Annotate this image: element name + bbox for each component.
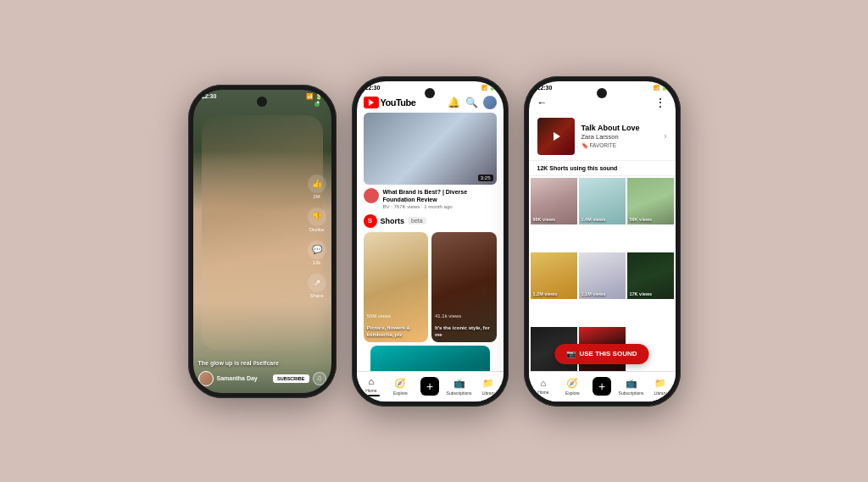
phone-left-screen: 12:30 📶 🔋 ← ⋮ 👍 2M � [193,90,331,393]
like-icon: 👍 [308,175,326,193]
share-button[interactable]: ↗ Share [308,274,326,298]
shorts-grid: Picnics, flowers & kombucha, plz 50M vie… [364,232,497,342]
right-home-label: Home [537,390,548,395]
short-item-2[interactable]: It's the iconic style, for me 41.1k view… [431,232,497,342]
dislike-label: Dislike [309,227,325,232]
subscriptions-icon: 📺 [453,378,465,389]
sound-album-art [537,118,575,155]
phones-container: 12:30 📶 🔋 ← ⋮ 👍 2M � [171,59,698,424]
thumb-views-6: 17K views [630,291,653,296]
right-explore-icon: 🧭 [566,378,578,389]
video-views: 767K views [394,204,420,209]
comment-button[interactable]: 💬 12k [308,241,326,265]
thumb-views-4: 1.2M views [533,291,558,296]
search-icon[interactable]: 🔍 [465,97,478,108]
sound-thumb-1[interactable]: 96K views [531,178,577,224]
phone-right: 12:30 📶 🔋 ← ⋮ Talk About Love Zara Larss… [524,76,681,407]
video-card[interactable]: 3:25 What Brand is Best? | Diverse Found… [364,113,497,209]
right-nav-home[interactable]: ⌂ Home [529,378,559,395]
nav-subs-label: Subscriptions [447,391,472,396]
right-subs-label: Subscriptions [619,391,644,396]
favorite-label: FAVORITE [590,142,617,148]
short-caption-2: It's the iconic style, for me [435,325,493,339]
center-battery: 🔋 [489,85,495,91]
sound-thumb-4[interactable]: 1.2M views [531,252,577,299]
yt-logo: YouTube [364,97,416,108]
nav-subscriptions[interactable]: 📺 Subscriptions [444,378,474,396]
nav-home-label: Home [365,388,376,393]
nav-explore[interactable]: 🧭 Explore [386,378,415,396]
sound-favorite-button[interactable]: 🔖 FAVORITE [581,142,658,149]
left-status-battery: 🔋 [315,93,323,100]
left-hashtag: #selfcare [253,360,278,366]
left-time: 12:30 [202,93,217,99]
use-sound-button[interactable]: 📷 USE THIS SOUND [554,344,648,364]
sound-more-button[interactable]: ⋮ [654,96,667,109]
short-item-1[interactable]: Picnics, flowers & kombucha, plz 50M vie… [364,232,429,342]
notification-icon[interactable]: 🔔 [448,97,460,108]
center-wifi: 📶 [481,85,487,91]
right-nav-library[interactable]: 📁 Library [646,378,676,396]
library-icon: 📁 [482,378,494,389]
add-button[interactable]: + [420,377,439,396]
use-sound-label: USE THIS SOUND [579,350,637,357]
sound-grid: 96K views 1.4M views 59K views 1.2M view… [529,176,676,402]
short-views-2: 41.1k views [435,313,461,319]
nav-library[interactable]: 📁 Library [474,378,504,396]
dislike-icon: 👎 [308,208,326,226]
video-duration: 3:25 [478,175,493,181]
subscribe-button[interactable]: SUBSCRIBE [273,374,309,383]
sound-details: Talk About Love Zara Larsson 🔖 FAVORITE [581,124,658,149]
bookmark-icon: 🔖 [581,142,588,149]
sound-back-button[interactable]: ← [537,97,548,108]
thumb-views-1: 96K views [533,217,556,222]
right-add-button[interactable]: + [593,377,611,396]
right-nav-add[interactable]: + [587,377,617,396]
sound-thumb-5[interactable]: 1.1M views [579,252,626,299]
shorts-logo-icon: S [364,214,377,228]
video-meta: BV · 767K views · 1 month ago [383,204,497,209]
phone-right-screen: 12:30 📶 🔋 ← ⋮ Talk About Love Zara Larss… [529,81,676,402]
sound-thumb-2[interactable]: 1.4M views [579,178,626,224]
home-icon: ⌂ [368,376,374,386]
left-username: Samantha Day [217,375,270,381]
video-time: 1 month ago [424,204,452,209]
user-avatar[interactable] [483,96,497,109]
dislike-button[interactable]: 👎 Dislike [308,208,326,232]
center-camera-notch [425,88,435,98]
nav-explore-label: Explore [393,391,408,396]
sound-thumb-6[interactable]: 17K views [627,252,674,299]
right-library-label: Library [654,391,667,396]
left-user-row: Samantha Day SUBSCRIBE ♫ [198,371,326,386]
right-nav-explore[interactable]: 🧭 Explore [558,378,587,396]
thumb-views-2: 1.4M views [581,217,606,222]
like-button[interactable]: 👍 2M [308,175,326,199]
left-action-buttons: 👍 2M 👎 Dislike 💬 12k ↗ Share [308,175,326,298]
right-nav-subs[interactable]: 📺 Subscriptions [616,378,646,396]
center-status-icons: 📶 🔋 [481,85,495,91]
sound-thumb-3[interactable]: 59K views [627,178,674,224]
channel-avatar [364,188,379,203]
left-music-icon[interactable]: ♫ [313,372,326,385]
nav-add[interactable]: + [415,377,445,396]
sound-artist: Zara Larsson [581,133,658,141]
like-count: 2M [313,194,320,199]
phone-center-screen: 12:30 📶 🔋 YouTube 🔔 🔍 [357,81,504,402]
right-library-icon: 📁 [654,378,666,389]
right-explore-label: Explore [565,391,580,396]
thumb-views-3: 59K views [630,217,653,222]
nav-library-label: Library [482,391,495,396]
yt-logo-icon [364,97,379,108]
video-title: What Brand is Best? | Diverse Foundation… [383,188,497,203]
sound-title: Talk About Love [581,124,658,132]
comment-count: 12k [313,260,321,265]
phone-left: 12:30 📶 🔋 ← ⋮ 👍 2M � [188,85,337,398]
phone-center: 12:30 📶 🔋 YouTube 🔔 🔍 [352,76,509,407]
right-home-icon: ⌂ [540,378,546,388]
video-info: What Brand is Best? | Diverse Foundation… [364,188,497,209]
nav-home[interactable]: ⌂ Home [357,376,387,396]
camera-icon: 📷 [566,350,576,358]
right-camera-notch [597,88,607,98]
comment-icon: 💬 [308,241,326,259]
short-caption-1: Picnics, flowers & kombucha, plz [367,325,426,339]
